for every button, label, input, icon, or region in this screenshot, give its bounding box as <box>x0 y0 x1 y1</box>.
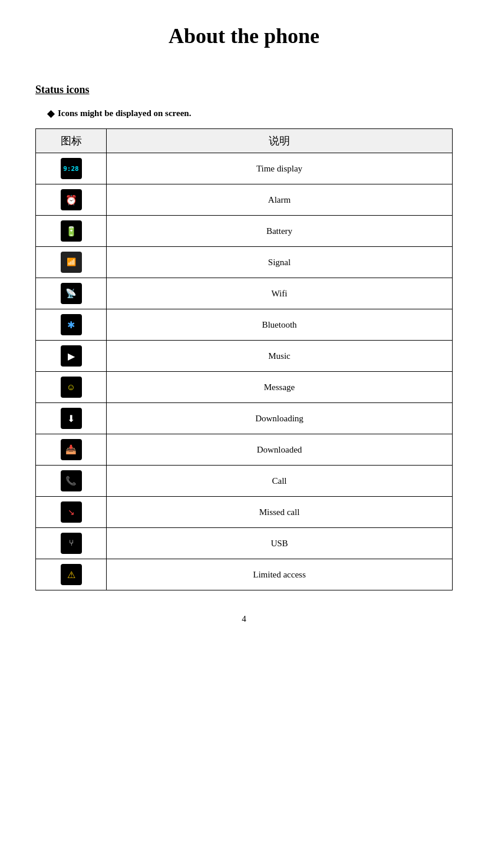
icon-cell: ⑂ <box>36 528 107 559</box>
limited-access-icon: ⚠ <box>61 564 82 585</box>
table-row: ⏰Alarm <box>36 184 453 216</box>
icon-cell: 📥 <box>36 434 107 466</box>
table-row: ☺Message <box>36 372 453 403</box>
table-row: ⚠Limited access <box>36 559 453 590</box>
diamond-bullet-icon: ◆ <box>47 108 54 119</box>
page-number: 4 <box>35 614 453 624</box>
description-cell: Bluetooth <box>107 309 453 341</box>
icon-cell: 📞 <box>36 466 107 497</box>
table-row: ⑂USB <box>36 528 453 559</box>
downloading-icon: ⬇ <box>61 408 82 429</box>
description-cell: Wifi <box>107 278 453 309</box>
icon-cell: 📶 <box>36 247 107 278</box>
message-icon: ☺ <box>61 377 82 398</box>
col-desc-header: 说明 <box>107 129 453 153</box>
icon-cell: ⏰ <box>36 184 107 216</box>
description-cell: Music <box>107 341 453 372</box>
status-icons-table: 图标 说明 9:28Time display⏰Alarm🔋Battery📶Sig… <box>35 128 453 590</box>
table-header-row: 图标 说明 <box>36 129 453 153</box>
call-icon: 📞 <box>61 470 82 491</box>
description-cell: Message <box>107 372 453 403</box>
usb-icon: ⑂ <box>61 533 82 554</box>
icon-cell: ▶ <box>36 341 107 372</box>
table-row: 🔋Battery <box>36 216 453 247</box>
description-cell: Missed call <box>107 497 453 528</box>
table-row: ✱Bluetooth <box>36 309 453 341</box>
col-icon-header: 图标 <box>36 129 107 153</box>
table-row: 📞Call <box>36 466 453 497</box>
table-row: 📶Signal <box>36 247 453 278</box>
description-cell: Signal <box>107 247 453 278</box>
icon-cell: 9:28 <box>36 153 107 184</box>
icon-cell: ↘ <box>36 497 107 528</box>
table-row: 📡Wifi <box>36 278 453 309</box>
icon-cell: 🔋 <box>36 216 107 247</box>
description-cell: Battery <box>107 216 453 247</box>
description-cell: Downloading <box>107 403 453 434</box>
signal-icon: 📶 <box>61 252 82 273</box>
battery-icon: 🔋 <box>61 220 82 242</box>
icon-cell: ☺ <box>36 372 107 403</box>
downloaded-icon: 📥 <box>61 439 82 460</box>
table-row: 📥Downloaded <box>36 434 453 466</box>
description-cell: Alarm <box>107 184 453 216</box>
description-cell: Downloaded <box>107 434 453 466</box>
table-row: ⬇Downloading <box>36 403 453 434</box>
icon-cell: ✱ <box>36 309 107 341</box>
description-cell: Limited access <box>107 559 453 590</box>
wifi-icon: 📡 <box>61 283 82 304</box>
section-heading: Status icons <box>35 84 453 96</box>
music-icon: ▶ <box>61 345 82 367</box>
icon-cell: ⚠ <box>36 559 107 590</box>
bullet-note: ◆ Icons might be displayed on screen. <box>47 108 453 119</box>
alarm-icon: ⏰ <box>61 189 82 210</box>
description-cell: Time display <box>107 153 453 184</box>
description-cell: Call <box>107 466 453 497</box>
missed-call-icon: ↘ <box>61 501 82 523</box>
table-row: ↘Missed call <box>36 497 453 528</box>
table-row: 9:28Time display <box>36 153 453 184</box>
icon-cell: 📡 <box>36 278 107 309</box>
bluetooth-icon: ✱ <box>61 314 82 335</box>
table-row: ▶Music <box>36 341 453 372</box>
icon-cell: ⬇ <box>36 403 107 434</box>
time-display-icon: 9:28 <box>61 158 82 179</box>
page-title: About the phone <box>35 18 453 48</box>
description-cell: USB <box>107 528 453 559</box>
